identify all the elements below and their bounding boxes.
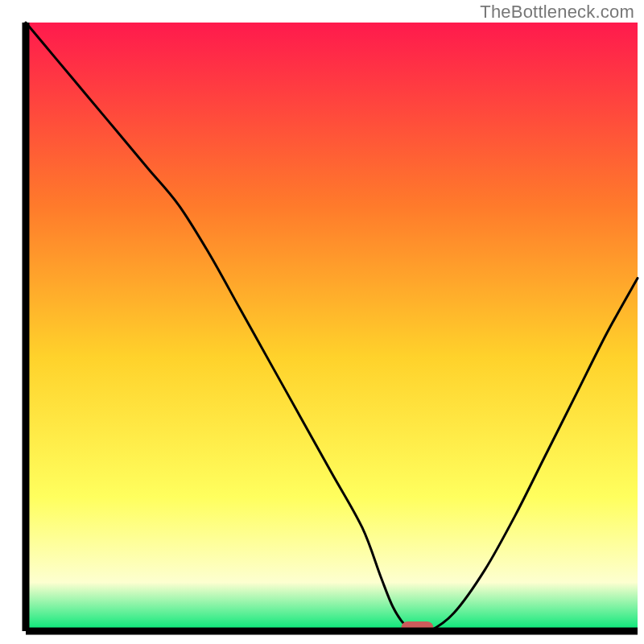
bottleneck-curve-chart	[0, 0, 644, 644]
attribution-label: TheBottleneck.com	[480, 2, 634, 23]
svg-rect-0	[26, 23, 638, 631]
chart-container: TheBottleneck.com	[0, 0, 644, 644]
